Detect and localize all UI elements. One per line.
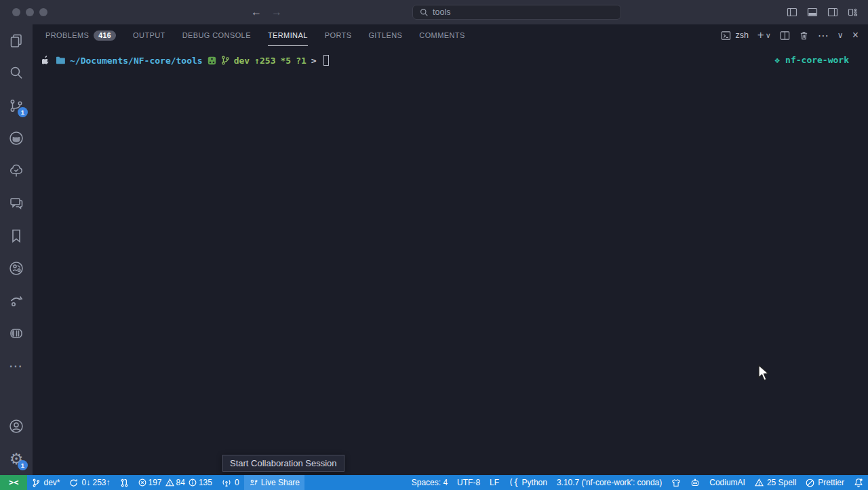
source-control-badge: 1 [18,107,28,117]
tab-comments[interactable]: COMMENTS [419,24,465,46]
close-window-button[interactable] [12,8,20,16]
ai-assistant-item[interactable] [686,475,705,490]
error-icon [138,478,146,487]
minimize-window-button[interactable] [26,8,34,16]
tab-label: TERMINAL [268,31,308,39]
terminal-prompt: ~/Documents/NF-core/tools dev ↑253 *5 ?1… [42,55,329,66]
prompt-char: > [311,56,317,66]
ports-item[interactable]: 0 [217,475,244,490]
toggle-sidebar-right-icon[interactable] [827,7,838,18]
tab-terminal[interactable]: TERMINAL [268,24,308,46]
share-arrow-icon[interactable] [0,285,33,317]
indent-label: Spaces: 4 [412,478,448,487]
more-views-icon[interactable]: ⋯ [0,350,33,382]
problems-count-badge: 416 [94,30,116,41]
chevron-down-icon: ∨ [766,31,771,40]
interpreter-label: 3.10.7 ('nf-core-work': conda) [557,478,662,487]
live-share-item[interactable]: Live Share [244,475,304,490]
spell-item[interactable]: 25 Spell [750,475,801,490]
git-branch-item[interactable]: dev* [27,475,64,490]
tab-label: COMMENTS [419,31,465,39]
source-control-icon[interactable]: 1 [0,89,33,122]
git-sync-item[interactable]: 0↓ 253↑ [64,475,115,490]
tab-label: PROBLEMS [45,31,89,39]
close-panel-button[interactable]: × [852,29,859,41]
container-icon[interactable] [0,317,33,350]
tab-debug-console[interactable]: DEBUG CONSOLE [182,24,251,46]
eol-item[interactable]: LF [485,475,504,490]
language-item[interactable]: ({ Python [504,475,552,490]
prettier-item[interactable]: Prettier [801,475,849,490]
new-terminal-button[interactable]: + ∨ [757,28,771,42]
zoom-window-button[interactable] [39,8,47,16]
hide-panel-chevron[interactable]: ∨ [837,30,844,40]
explorer-icon[interactable] [0,24,33,57]
account-icon[interactable] [0,410,33,443]
problems-item[interactable]: 197 84 135 [134,475,217,490]
cwd-path-dim: ~/Documents/NF-core/ [70,56,176,66]
git-branch-name: dev [234,56,250,66]
cwd-path-bold: tools [176,56,203,66]
live-share-status-icon [249,478,258,487]
tab-output[interactable]: OUTPUT [133,24,165,46]
sync-icon [69,478,78,487]
tooltip-text: Start Collaboration Session [230,458,337,468]
more-actions-button[interactable]: ⋯ [818,29,829,42]
titlebar: ← → tools [0,0,868,24]
notifications-item[interactable] [849,475,868,490]
terminal-toolbar: zsh + ∨ ⋯ ∨ × [721,24,859,46]
split-icon [780,30,790,41]
plus-icon: + [757,28,764,42]
bottom-panel: PROBLEMS 416 OUTPUT DEBUG CONSOLE TERMIN… [33,24,868,475]
live-share-tooltip: Start Collaboration Session [222,455,344,472]
settings-gear-icon[interactable]: ⚙ 1 [0,443,33,475]
conda-env-icon: ❖ [774,55,780,65]
tab-problems[interactable]: PROBLEMS 416 [45,24,116,46]
split-terminal-button[interactable] [780,30,790,41]
tab-label: OUTPUT [133,31,165,39]
codium-item[interactable]: CodiumAI [705,475,750,490]
shell-selector[interactable]: zsh [721,30,748,41]
customize-layout-icon[interactable] [848,7,859,18]
window-controls[interactable] [12,8,47,16]
git-untracked: ?1 [296,56,307,66]
toggle-sidebar-left-icon[interactable] [787,7,797,18]
tab-gitlens[interactable]: GITLENS [368,24,402,46]
pull-request-item[interactable] [115,475,134,490]
live-share-label: Live Share [261,478,300,487]
command-center-search[interactable]: tools [412,5,621,20]
status-bar: >< dev* 0↓ 253↑ 197 84 135 0 Live Share … [0,475,868,490]
search-icon [420,8,429,17]
codium-label: CodiumAI [709,478,745,487]
tree-check-icon[interactable] [0,155,33,187]
bell-icon [854,478,863,487]
branch-label: dev* [43,478,60,487]
tab-label: GITLENS [368,31,402,39]
back-icon[interactable]: ← [251,6,262,18]
activity-bar: 1 ⋯ ⚙ 1 [0,24,33,475]
remote-indicator[interactable]: >< [0,475,27,490]
warning-icon [165,478,174,487]
cwd-path: ~/Documents/NF-core/tools [70,56,203,66]
interpreter-item[interactable]: 3.10.7 ('nf-core-work': conda) [552,475,667,490]
search-sidebar-icon[interactable] [0,57,33,89]
copilot-item[interactable] [667,475,686,490]
encoding-label: UTF-8 [457,478,480,487]
indent-item[interactable]: Spaces: 4 [407,475,452,490]
forward-icon[interactable]: → [271,6,282,18]
settings-badge: 1 [18,460,28,470]
comments-icon[interactable] [0,187,33,220]
kill-terminal-button[interactable] [799,30,809,41]
search-value: tools [433,7,450,17]
prettier-label: Prettier [818,478,844,487]
encoding-item[interactable]: UTF-8 [452,475,485,490]
folder-icon [56,56,65,64]
toggle-panel-icon[interactable] [807,7,818,18]
terminal-content[interactable]: ~/Documents/NF-core/tools dev ↑253 *5 ?1… [33,46,868,475]
tab-label: PORTS [325,31,352,39]
live-share-icon[interactable] [0,252,33,285]
github-icon[interactable] [0,122,33,155]
warning-count: 84 [176,478,185,487]
tab-ports[interactable]: PORTS [325,24,352,46]
bookmarks-icon[interactable] [0,220,33,252]
